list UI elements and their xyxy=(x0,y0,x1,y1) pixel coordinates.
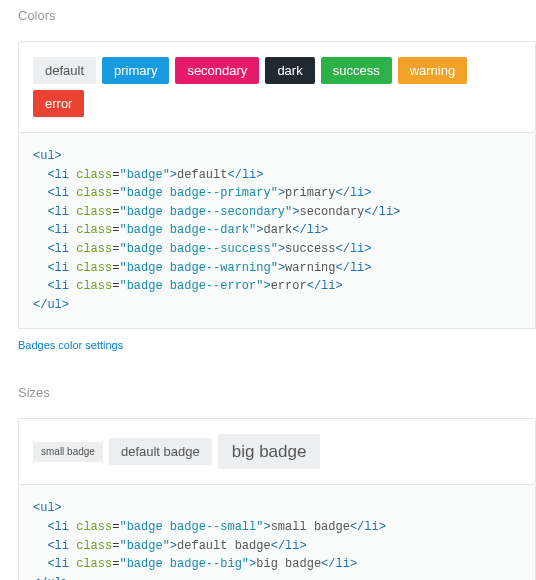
badge-secondary: secondary xyxy=(175,57,259,84)
code-text: badge badge--small xyxy=(127,520,257,534)
sizes-demo-box: small badge default badge big badge xyxy=(18,418,536,485)
colors-settings-link[interactable]: Badges color settings xyxy=(18,339,123,351)
badge-small: small badge xyxy=(33,442,103,462)
code-text: default badge xyxy=(177,539,271,553)
badge-default-size: default badge xyxy=(109,438,212,465)
badge-warning: warning xyxy=(398,57,468,84)
colors-heading: Colors xyxy=(18,8,536,23)
code-text: big badge xyxy=(256,557,321,571)
code-text: badge badge--success xyxy=(127,242,271,256)
code-text: badge badge--dark xyxy=(127,223,249,237)
badge-big: big badge xyxy=(218,434,321,469)
sizes-badge-row: small badge default badge big badge xyxy=(33,434,521,469)
colors-badge-row: default primary secondary dark success w… xyxy=(33,57,521,117)
code-text: badge badge--secondary xyxy=(127,205,285,219)
sizes-heading: Sizes xyxy=(18,385,536,400)
code-text: default xyxy=(177,168,227,182)
code-text: badge xyxy=(127,168,163,182)
badge-default: default xyxy=(33,57,96,84)
code-text: warning xyxy=(285,261,335,275)
colors-code-box: <ul> <li class="badge">default</li> <li … xyxy=(18,133,536,329)
code-text: badge badge--big xyxy=(127,557,242,571)
code-text: dark xyxy=(263,223,292,237)
code-text: badge badge--primary xyxy=(127,186,271,200)
badge-success: success xyxy=(321,57,392,84)
code-text: error xyxy=(271,279,307,293)
badge-dark: dark xyxy=(265,57,314,84)
sizes-code-box: <ul> <li class="badge badge--small">smal… xyxy=(18,485,536,580)
badge-error: error xyxy=(33,90,84,117)
code-text: badge badge--warning xyxy=(127,261,271,275)
code-text: small badge xyxy=(271,520,350,534)
code-text: success xyxy=(285,242,335,256)
code-text: primary xyxy=(285,186,335,200)
code-text: secondary xyxy=(299,205,364,219)
code-text: badge badge--error xyxy=(127,279,257,293)
code-text: badge xyxy=(127,539,163,553)
colors-demo-box: default primary secondary dark success w… xyxy=(18,41,536,133)
badge-primary: primary xyxy=(102,57,169,84)
